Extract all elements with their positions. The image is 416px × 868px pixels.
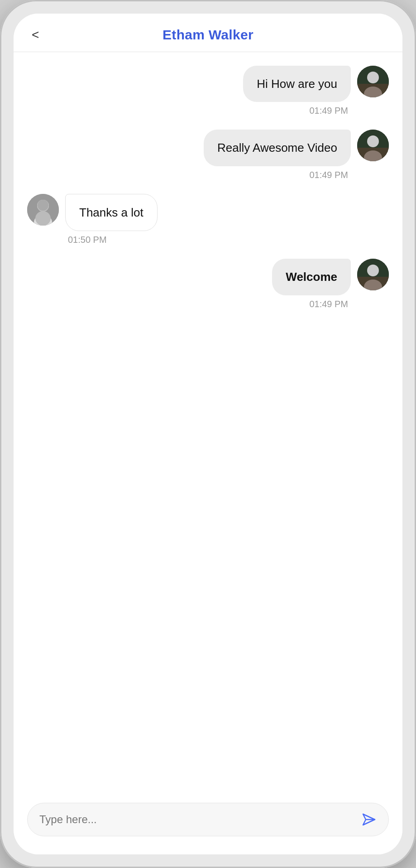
message-bubble: Thanks a lot <box>65 194 158 231</box>
message-row: Hi How are you <box>27 66 389 102</box>
avatar <box>357 259 389 290</box>
avatar-icon <box>27 194 59 226</box>
avatar-icon <box>357 259 389 290</box>
message-row: Welcome <box>27 259 389 295</box>
message-group-2: Really Awesome Video 01:49 PM <box>27 130 389 180</box>
message-timestamp: 01:50 PM <box>27 235 389 245</box>
message-bubble: Welcome <box>272 259 351 295</box>
svg-point-5 <box>367 135 379 147</box>
message-row: Thanks a lot <box>27 194 389 231</box>
send-button[interactable] <box>354 811 377 828</box>
svg-point-15 <box>367 265 379 276</box>
avatar <box>357 130 389 161</box>
svg-rect-7 <box>357 148 389 161</box>
chat-area: Hi How are you 01:49 PM <box>14 52 402 794</box>
message-timestamp: 01:49 PM <box>27 170 389 180</box>
message-bubble: Hi How are you <box>243 66 351 102</box>
back-button[interactable]: < <box>32 28 39 42</box>
message-text: Thanks a lot <box>79 206 143 219</box>
avatar-icon <box>357 130 389 161</box>
message-input[interactable] <box>39 813 354 826</box>
header: < Etham Walker <box>14 14 402 52</box>
svg-rect-17 <box>357 277 389 290</box>
back-icon: < <box>32 28 39 42</box>
avatar <box>27 194 59 226</box>
svg-rect-12 <box>35 211 51 226</box>
message-text: Welcome <box>286 270 337 284</box>
chat-title: Etham Walker <box>163 27 253 43</box>
message-group-1: Hi How are you 01:49 PM <box>27 66 389 116</box>
message-group-4: Welcome 01:49 PM <box>27 259 389 309</box>
message-timestamp: 01:49 PM <box>27 299 389 309</box>
avatar-icon <box>357 66 389 97</box>
message-text: Hi How are you <box>257 77 337 91</box>
svg-point-1 <box>367 72 379 83</box>
svg-rect-3 <box>357 84 389 97</box>
input-wrapper <box>27 803 389 836</box>
input-area <box>14 794 402 854</box>
message-timestamp: 01:49 PM <box>27 106 389 116</box>
message-group-3: Thanks a lot 01:50 PM <box>27 194 389 245</box>
message-bubble: Really Awesome Video <box>204 130 351 166</box>
avatar <box>357 66 389 97</box>
svg-point-13 <box>38 200 48 211</box>
message-text: Really Awesome Video <box>217 141 337 154</box>
phone-screen: < Etham Walker Hi How are you <box>14 14 402 854</box>
send-icon <box>360 811 377 828</box>
message-row: Really Awesome Video <box>27 130 389 166</box>
phone-shell: < Etham Walker Hi How are you <box>0 0 416 868</box>
